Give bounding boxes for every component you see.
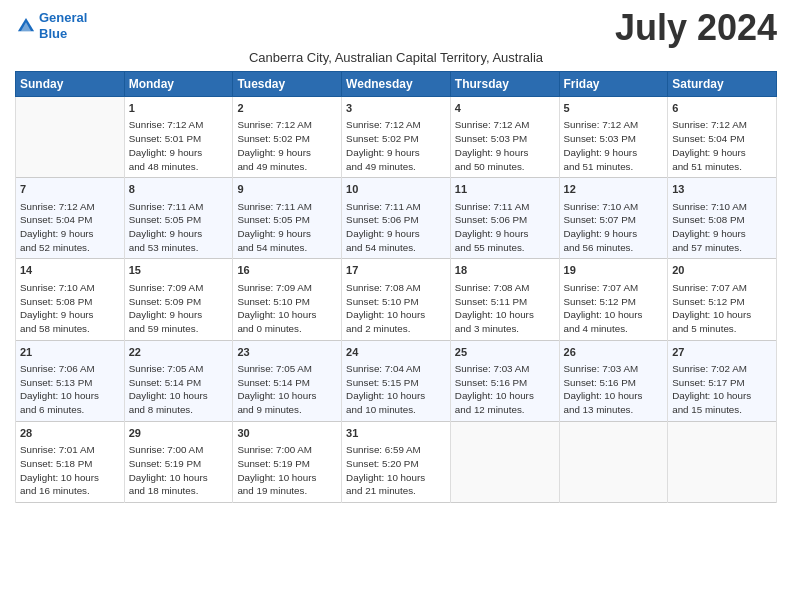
day-number: 19 [564, 263, 664, 278]
day-number: 5 [564, 101, 664, 116]
day-number: 14 [20, 263, 120, 278]
day-number: 30 [237, 426, 337, 441]
day-info: Sunrise: 7:12 AMSunset: 5:03 PMDaylight:… [455, 118, 555, 173]
calendar-cell [668, 421, 777, 502]
calendar-cell: 31Sunrise: 6:59 AMSunset: 5:20 PMDayligh… [342, 421, 451, 502]
day-number: 28 [20, 426, 120, 441]
calendar-cell: 23Sunrise: 7:05 AMSunset: 5:14 PMDayligh… [233, 340, 342, 421]
day-info: Sunrise: 7:11 AMSunset: 5:06 PMDaylight:… [346, 200, 446, 255]
day-number: 11 [455, 182, 555, 197]
day-number: 22 [129, 345, 229, 360]
page: General Blue July 2024 Canberra City, Au… [0, 0, 792, 513]
day-number: 10 [346, 182, 446, 197]
day-number: 24 [346, 345, 446, 360]
calendar-cell: 25Sunrise: 7:03 AMSunset: 5:16 PMDayligh… [450, 340, 559, 421]
calendar-cell: 24Sunrise: 7:04 AMSunset: 5:15 PMDayligh… [342, 340, 451, 421]
day-info: Sunrise: 7:10 AMSunset: 5:07 PMDaylight:… [564, 200, 664, 255]
calendar-cell: 10Sunrise: 7:11 AMSunset: 5:06 PMDayligh… [342, 178, 451, 259]
day-number: 13 [672, 182, 772, 197]
calendar-cell: 21Sunrise: 7:06 AMSunset: 5:13 PMDayligh… [16, 340, 125, 421]
calendar-cell: 27Sunrise: 7:02 AMSunset: 5:17 PMDayligh… [668, 340, 777, 421]
day-info: Sunrise: 7:09 AMSunset: 5:10 PMDaylight:… [237, 281, 337, 336]
calendar-cell: 18Sunrise: 7:08 AMSunset: 5:11 PMDayligh… [450, 259, 559, 340]
calendar-cell: 15Sunrise: 7:09 AMSunset: 5:09 PMDayligh… [124, 259, 233, 340]
week-row-5: 28Sunrise: 7:01 AMSunset: 5:18 PMDayligh… [16, 421, 777, 502]
calendar-cell [450, 421, 559, 502]
header-day-wednesday: Wednesday [342, 72, 451, 97]
calendar-header: SundayMondayTuesdayWednesdayThursdayFrid… [16, 72, 777, 97]
calendar-cell: 26Sunrise: 7:03 AMSunset: 5:16 PMDayligh… [559, 340, 668, 421]
day-number: 1 [129, 101, 229, 116]
subtitle: Canberra City, Australian Capital Territ… [15, 50, 777, 65]
day-info: Sunrise: 7:02 AMSunset: 5:17 PMDaylight:… [672, 362, 772, 417]
day-info: Sunrise: 7:12 AMSunset: 5:04 PMDaylight:… [20, 200, 120, 255]
calendar-cell: 6Sunrise: 7:12 AMSunset: 5:04 PMDaylight… [668, 97, 777, 178]
logo-icon [15, 15, 37, 37]
calendar-cell [16, 97, 125, 178]
day-info: Sunrise: 7:11 AMSunset: 5:05 PMDaylight:… [129, 200, 229, 255]
calendar-cell: 2Sunrise: 7:12 AMSunset: 5:02 PMDaylight… [233, 97, 342, 178]
week-row-4: 21Sunrise: 7:06 AMSunset: 5:13 PMDayligh… [16, 340, 777, 421]
day-info: Sunrise: 7:12 AMSunset: 5:02 PMDaylight:… [237, 118, 337, 173]
day-number: 6 [672, 101, 772, 116]
header-day-tuesday: Tuesday [233, 72, 342, 97]
month-title: July 2024 [615, 10, 777, 46]
calendar-cell: 4Sunrise: 7:12 AMSunset: 5:03 PMDaylight… [450, 97, 559, 178]
day-number: 18 [455, 263, 555, 278]
day-number: 15 [129, 263, 229, 278]
day-info: Sunrise: 7:07 AMSunset: 5:12 PMDaylight:… [672, 281, 772, 336]
week-row-1: 1Sunrise: 7:12 AMSunset: 5:01 PMDaylight… [16, 97, 777, 178]
day-number: 12 [564, 182, 664, 197]
day-info: Sunrise: 7:10 AMSunset: 5:08 PMDaylight:… [672, 200, 772, 255]
day-info: Sunrise: 7:01 AMSunset: 5:18 PMDaylight:… [20, 443, 120, 498]
day-info: Sunrise: 7:03 AMSunset: 5:16 PMDaylight:… [455, 362, 555, 417]
day-number: 7 [20, 182, 120, 197]
day-number: 23 [237, 345, 337, 360]
day-number: 3 [346, 101, 446, 116]
day-info: Sunrise: 7:12 AMSunset: 5:02 PMDaylight:… [346, 118, 446, 173]
day-info: Sunrise: 7:03 AMSunset: 5:16 PMDaylight:… [564, 362, 664, 417]
calendar-cell: 28Sunrise: 7:01 AMSunset: 5:18 PMDayligh… [16, 421, 125, 502]
week-row-2: 7Sunrise: 7:12 AMSunset: 5:04 PMDaylight… [16, 178, 777, 259]
day-number: 29 [129, 426, 229, 441]
day-number: 21 [20, 345, 120, 360]
day-number: 8 [129, 182, 229, 197]
header-day-thursday: Thursday [450, 72, 559, 97]
calendar-cell: 17Sunrise: 7:08 AMSunset: 5:10 PMDayligh… [342, 259, 451, 340]
day-number: 25 [455, 345, 555, 360]
day-number: 31 [346, 426, 446, 441]
day-info: Sunrise: 7:06 AMSunset: 5:13 PMDaylight:… [20, 362, 120, 417]
logo-text: General Blue [39, 10, 87, 41]
calendar-cell: 9Sunrise: 7:11 AMSunset: 5:05 PMDaylight… [233, 178, 342, 259]
day-info: Sunrise: 7:00 AMSunset: 5:19 PMDaylight:… [129, 443, 229, 498]
day-info: Sunrise: 7:11 AMSunset: 5:05 PMDaylight:… [237, 200, 337, 255]
logo: General Blue [15, 10, 87, 41]
logo-line1: General [39, 10, 87, 25]
calendar-cell: 12Sunrise: 7:10 AMSunset: 5:07 PMDayligh… [559, 178, 668, 259]
header-day-monday: Monday [124, 72, 233, 97]
day-number: 17 [346, 263, 446, 278]
day-number: 2 [237, 101, 337, 116]
day-number: 26 [564, 345, 664, 360]
header-row: SundayMondayTuesdayWednesdayThursdayFrid… [16, 72, 777, 97]
header-day-saturday: Saturday [668, 72, 777, 97]
calendar-cell: 11Sunrise: 7:11 AMSunset: 5:06 PMDayligh… [450, 178, 559, 259]
day-info: Sunrise: 7:04 AMSunset: 5:15 PMDaylight:… [346, 362, 446, 417]
day-info: Sunrise: 7:00 AMSunset: 5:19 PMDaylight:… [237, 443, 337, 498]
calendar-body: 1Sunrise: 7:12 AMSunset: 5:01 PMDaylight… [16, 97, 777, 503]
day-info: Sunrise: 6:59 AMSunset: 5:20 PMDaylight:… [346, 443, 446, 498]
day-info: Sunrise: 7:10 AMSunset: 5:08 PMDaylight:… [20, 281, 120, 336]
day-info: Sunrise: 7:12 AMSunset: 5:03 PMDaylight:… [564, 118, 664, 173]
header-day-friday: Friday [559, 72, 668, 97]
day-number: 27 [672, 345, 772, 360]
day-number: 16 [237, 263, 337, 278]
calendar-cell: 30Sunrise: 7:00 AMSunset: 5:19 PMDayligh… [233, 421, 342, 502]
calendar-cell [559, 421, 668, 502]
day-info: Sunrise: 7:12 AMSunset: 5:04 PMDaylight:… [672, 118, 772, 173]
calendar-cell: 3Sunrise: 7:12 AMSunset: 5:02 PMDaylight… [342, 97, 451, 178]
calendar-cell: 20Sunrise: 7:07 AMSunset: 5:12 PMDayligh… [668, 259, 777, 340]
day-number: 9 [237, 182, 337, 197]
calendar-cell: 14Sunrise: 7:10 AMSunset: 5:08 PMDayligh… [16, 259, 125, 340]
title-block: July 2024 [615, 10, 777, 46]
week-row-3: 14Sunrise: 7:10 AMSunset: 5:08 PMDayligh… [16, 259, 777, 340]
